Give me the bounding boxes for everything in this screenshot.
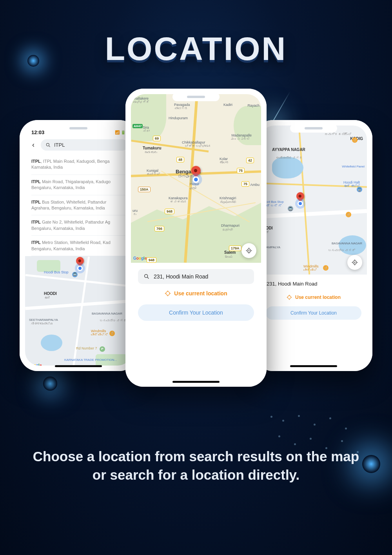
road-shield: 42 [246,158,254,163]
target-icon [165,290,171,297]
crosshair-icon [245,247,252,254]
bus-icon: 🚍 [72,272,78,277]
map-label: Sira [143,126,149,129]
map-label: Pavagada [174,103,190,107]
map-label: Ambu [250,183,260,187]
map-label: Dharmapuri [221,224,240,227]
map-label: ಸೀತಾರಾಮಪಾಲ್ಯ [31,322,53,326]
map-label: ಬಸವಣ್ಣ ನಗರ್ [328,249,355,252]
map-label: మదనపల్లె [231,137,250,141]
map-label: ವಿಂಡ್ ಮಿಲ್ [303,268,317,272]
road-shield: 69 [153,136,161,141]
list-item[interactable]: ITPL, ITPL Main Road, Kadugodi, BengaKar… [31,155,125,175]
map-label: Madanapalle [231,133,252,137]
map-label: ತುಮಕೂರು [144,151,157,154]
use-current-location-button[interactable]: Use current location [266,291,361,303]
phone-center: mallakere ಮಳ್ಳಗೆರೆ Pavagada ಪಾವಗಡ Kadiri… [125,89,267,387]
address-field[interactable]: 231, Hoodi Main Road [138,269,254,284]
map-label: ಮಳ್ಳಗೆರೆ [133,100,149,104]
map-label: Rd Number 7 [76,346,97,350]
poi-icon: 🍴 [109,331,115,336]
map-label: Hindupuram [169,116,188,120]
map-label: ಹೂಡಿ [44,296,50,300]
use-current-location-button[interactable]: Use current location [138,284,254,301]
svg-point-8 [288,296,291,299]
map-label: Kunigal [147,169,158,173]
list-item[interactable]: ITPL Gate No 2, Whitefield, Pattandur Ag… [31,215,125,236]
use-current-label: Use current location [174,290,227,297]
road-shield: 75 [237,168,245,173]
map-label: தரும்புரி [223,227,233,231]
map-label: ವಿಂಡ್ ಮಿಲ್ಸ್ [91,333,108,337]
map-label: கிருஷ்ணகிரி [220,200,236,204]
svg-line-20 [147,277,149,278]
map-label: SEETHARAMPALYA [29,318,58,322]
caption-text: Choose a location from search results on… [0,447,392,484]
page-title: LOCATION [0,30,392,68]
map-label: ಅನುಗ್ರಹ ಲೇಔಟ್ [325,133,351,136]
map-view[interactable]: mallakere ಮಳ್ಳಗೆರೆ Pavagada ಪಾವಗಡ Kadiri… [131,94,261,263]
map-label: Krishnagiri [220,196,236,200]
map-label: BASAVANNA NAGAR [92,312,119,315]
list-item[interactable]: ITPL Bus Station, Whitefield, PattandurA… [31,195,125,216]
map-label: ಕುಣಿಗಲ್ [147,173,160,176]
confirm-location-button[interactable]: Confirm Your Location [266,306,361,320]
back-button[interactable]: ‹ [29,141,38,149]
map-label: Kanakapura [169,196,188,200]
road-shield: 75 [241,181,249,187]
map-label: Chikkaballapur [182,140,205,144]
map-pin-icon [191,166,201,180]
bus-icon: 🚍 [288,206,293,211]
map-label: BASAVANNA NAGAR [332,242,359,245]
map-label: HOODI [44,291,57,296]
confirm-location-button[interactable]: Confirm Your Location [138,304,254,321]
map-label: ಕೋಲಾರ [220,161,229,164]
map-label: ಸಿರಾ [143,129,149,133]
google-logo: Google [28,363,42,366]
phone-stage: 12:03 📶 🔋 ‹ ITPL ITPL, ITPL Main Road, K… [24,89,368,391]
status-time: 12:03 [31,129,44,135]
road-shield: AH47 [132,124,143,128]
search-value: ITPL [54,142,65,148]
road-shield: 948 [165,209,174,214]
map-label: ஓசூர் [190,186,197,190]
map-label: ಕನಕಪುರ [170,200,187,204]
map-label: KARNATAKA TRADE PROMOTION... [64,358,117,362]
map-label: ಅಯ್ಯಪ್ಪ ನಗರ [276,156,303,160]
road-shield: 179A [229,246,241,251]
map-label: ಬಸವಣ್ಣ ನಗರ್ [100,319,127,322]
svg-line-1 [49,146,50,147]
map-label: Tumakuru [143,146,162,150]
list-item[interactable]: ITPL Metro Station, Whitefield Road, Kad… [31,236,125,256]
svg-point-0 [46,143,49,146]
map-label: Hoodi Bus Stop [44,270,69,274]
map-view[interactable]: KODIG ಅನುಗ್ರಹ ಲೇಔಟ್ 🍴 AYYAPPA NAGAR ಅಯ್ಯ… [260,126,367,275]
target-icon [287,295,292,300]
road-shield: 150A [138,187,151,192]
road-shield: 48 [176,157,184,162]
locate-me-button[interactable] [241,243,256,258]
map-label: Kadiri [223,103,232,107]
address-field[interactable]: 231, Hoodi Main Road [266,279,361,291]
search-icon [45,142,51,148]
locate-me-button[interactable] [347,255,362,270]
map-label: Kolar [220,157,228,161]
address-value: 231, Hoodi Main Road [154,273,208,280]
map-label: uru [132,209,138,213]
svg-point-3 [354,262,356,263]
crosshair-icon [351,259,358,266]
map-label: Windmills [303,264,319,268]
map-pin-icon [296,192,305,204]
use-current-label: Use current location [295,295,341,300]
map-label: சேலம் [225,255,232,259]
search-results: ITPL, ITPL Main Road, Kadugodi, BengaKar… [25,155,132,256]
map-pin-icon [76,257,85,269]
list-item[interactable]: ITPL Main Road, Thigalarapalya, KadugoBe… [31,175,125,195]
poi-icon: 🍴 [352,137,358,143]
map-view[interactable]: Hoodi Bus Stop 🚍 HOODI ಹೂಡಿ SEETHARAMPAL… [25,256,132,366]
search-input[interactable]: ITPL [41,139,128,151]
search-icon [143,273,150,280]
google-logo: Google [133,256,147,260]
map-label: AYYAPPA NAGAR [272,147,299,152]
road-shield: 948 [147,257,156,263]
